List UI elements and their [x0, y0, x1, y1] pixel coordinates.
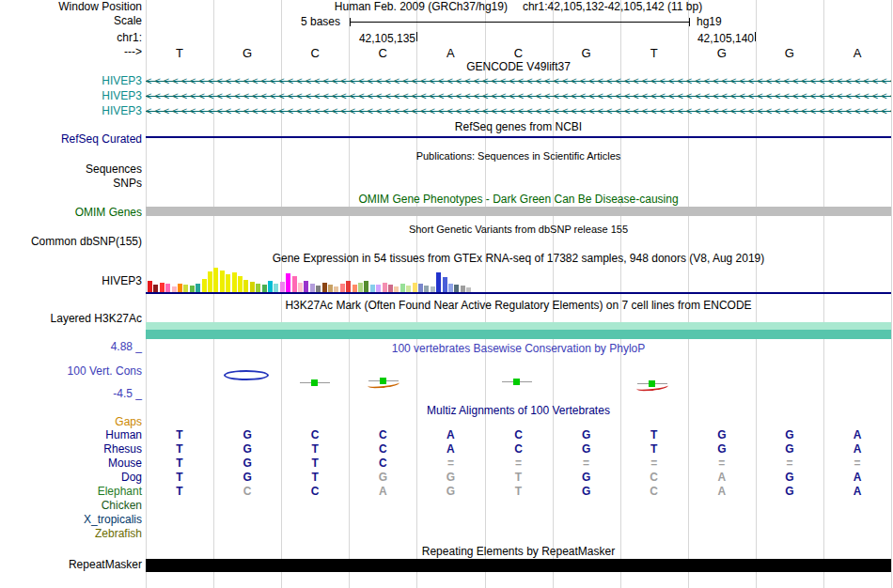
alignment-base: A: [848, 486, 867, 498]
vertical-guideline: [823, 0, 824, 588]
species-label[interactable]: Zebrafish: [0, 528, 142, 540]
window-position-label: Window Position: [0, 1, 142, 13]
alignment-base: T: [170, 429, 189, 441]
alignment-base: C: [645, 486, 664, 498]
track-title-multiz[interactable]: Multiz Alignments of 100 Vertebrates: [146, 405, 891, 417]
track-label-refseq-curated[interactable]: RefSeq Curated: [0, 133, 142, 146]
assembly-name: Human Feb. 2009 (GRCh37/hg19): [335, 1, 508, 13]
gencode-gene-label[interactable]: HIVEP3: [0, 90, 142, 102]
coordinate-right: 42,105,140: [146, 32, 754, 45]
gtex-expression-bar: [178, 284, 182, 292]
phylop-ellipse-mark: [224, 370, 269, 380]
alignment-base: G: [238, 457, 257, 470]
alignment-base: C: [373, 457, 392, 470]
species-label[interactable]: Dog: [0, 472, 142, 484]
alignment-base: T: [306, 472, 324, 484]
gtex-expression-bar: [328, 285, 333, 292]
reference-base: G: [238, 46, 257, 60]
scale-bar: [350, 18, 690, 26]
gencode-gene-label[interactable]: HIVEP3: [0, 105, 142, 117]
chromosome-label: chr1:: [0, 32, 142, 44]
gencode-gene-label[interactable]: HIVEP3: [0, 75, 142, 87]
species-label[interactable]: Rhesus: [0, 443, 142, 456]
alignment-base: T: [170, 472, 189, 484]
alignment-base: G: [577, 443, 596, 456]
track-title-gencode[interactable]: GENCODE V49lift37: [146, 61, 891, 73]
gtex-expression-bar: [400, 284, 405, 292]
refseq-gene-item[interactable]: [146, 136, 891, 138]
track-title-gtex[interactable]: Gene Expression in 54 tissues from GTEx …: [146, 253, 891, 265]
track-title-repeatmasker[interactable]: Repeating Elements by RepeatMasker: [146, 546, 891, 558]
reference-base: C: [373, 46, 392, 60]
gtex-expression-bar: [298, 283, 303, 292]
alignment-base: G: [441, 486, 460, 498]
gtex-expression-chart[interactable]: [146, 267, 891, 294]
species-label[interactable]: X_tropicalis: [0, 514, 142, 526]
reference-base: G: [577, 46, 596, 60]
alignment-base: G: [577, 472, 596, 484]
alignment-base: G: [238, 429, 257, 441]
track-title-phylop[interactable]: 100 vertebrates Basewise Conservation by…: [146, 343, 891, 355]
gtex-expression-bar: [280, 282, 285, 292]
omim-gene-item[interactable]: [146, 207, 891, 216]
gencode-gene-model[interactable]: <<<<<<<<<<<<<<<<<<<<<<<<<<<<<<<<<<<<<<<<…: [146, 90, 891, 102]
alignment-base: G: [780, 472, 799, 484]
track-label-omim-genes[interactable]: OMIM Genes: [0, 207, 142, 219]
alignment-base: G: [441, 472, 460, 484]
track-title-dbsnp[interactable]: Short Genetic Variants from dbSNP releas…: [146, 224, 891, 236]
alignment-base: C: [509, 429, 528, 441]
track-title-publications[interactable]: Publications: Sequences in Scientific Ar…: [146, 150, 891, 162]
species-label[interactable]: Mouse: [0, 457, 142, 470]
reference-base: T: [170, 46, 189, 60]
alignment-base: =: [577, 457, 596, 470]
track-label-layered-h3k27ac[interactable]: Layered H3K27Ac: [0, 313, 142, 325]
track-label-100-vert-cons[interactable]: 100 Vert. Cons: [0, 365, 142, 378]
track-title-omim[interactable]: OMIM Gene Phenotypes - Dark Green Can Be…: [146, 193, 891, 206]
track-label-gtex-gene[interactable]: HIVEP3: [0, 275, 142, 287]
track-label-gaps[interactable]: Gaps: [0, 416, 142, 428]
species-label[interactable]: Human: [0, 429, 142, 441]
alignment-base: G: [713, 443, 731, 456]
gtex-expression-bar: [232, 272, 237, 292]
alignment-base: C: [306, 486, 324, 498]
gencode-gene-model[interactable]: <<<<<<<<<<<<<<<<<<<<<<<<<<<<<<<<<<<<<<<<…: [146, 75, 891, 87]
alignment-base: G: [373, 472, 392, 484]
alignment-base: C: [373, 443, 392, 456]
track-title-refseq[interactable]: RefSeq genes from NCBI: [146, 121, 891, 133]
h3k27ac-signal-band[interactable]: [146, 322, 891, 330]
gtex-expression-bar: [322, 283, 327, 292]
alignment-base: =: [645, 457, 664, 470]
genome-browser: Window Position Human Feb. 2009 (GRCh37/…: [0, 0, 893, 588]
vertical-guideline: [281, 0, 282, 588]
species-label[interactable]: Chicken: [0, 500, 142, 512]
repeatmasker-item[interactable]: [146, 559, 891, 572]
track-label-sequences[interactable]: Sequences: [0, 163, 142, 176]
window-coordinates: chr1:42,105,132-42,105,142 (11 bp): [523, 1, 702, 13]
gtex-expression-bar: [358, 283, 363, 292]
gtex-expression-bar: [310, 284, 315, 292]
gtex-expression-bar: [196, 284, 200, 292]
alignment-base: G: [780, 486, 799, 498]
alignment-base: C: [509, 443, 528, 456]
gencode-gene-model[interactable]: <<<<<<<<<<<<<<<<<<<<<<<<<<<<<<<<<<<<<<<<…: [146, 105, 891, 117]
gtex-expression-bar: [243, 280, 248, 292]
gtex-expression-bar: [340, 284, 345, 292]
gtex-expression-bar: [424, 286, 429, 292]
genome-assembly-label: hg19: [697, 15, 722, 28]
species-label[interactable]: Elephant: [0, 486, 142, 498]
track-title-h3k27ac[interactable]: H3K27Ac Mark (Often Found Near Active Re…: [146, 300, 891, 312]
reference-base: C: [509, 46, 528, 60]
h3k27ac-signal-band[interactable]: [146, 330, 891, 339]
vertical-guideline: [485, 0, 486, 588]
alignment-base: C: [645, 472, 664, 484]
phylop-max-label: 4.88 _: [0, 341, 142, 353]
gtex-expression-bar: [413, 283, 417, 292]
alignment-base: A: [441, 443, 460, 456]
alignment-base: A: [373, 486, 392, 498]
alignment-base: A: [848, 429, 867, 441]
track-label-common-dbsnp[interactable]: Common dbSNP(155): [0, 236, 142, 248]
track-label-snps[interactable]: SNPs: [0, 178, 142, 190]
gtex-expression-bar: [304, 281, 308, 292]
track-label-repeatmasker[interactable]: RepeatMasker: [0, 559, 142, 571]
gtex-expression-bar: [190, 286, 195, 292]
